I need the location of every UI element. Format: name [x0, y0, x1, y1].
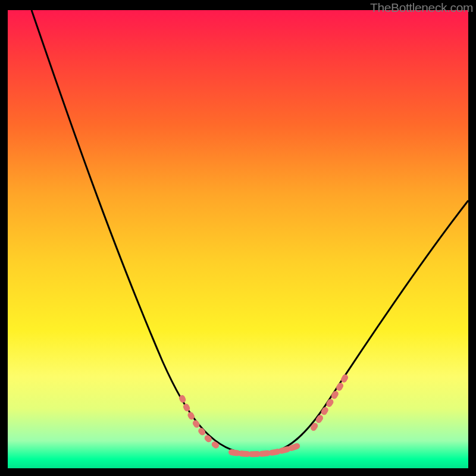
bottleneck-curve — [8, 10, 468, 468]
watermark-label: TheBottleneck.com — [370, 1, 473, 15]
curve-markers — [182, 374, 347, 454]
curve-path — [32, 10, 468, 455]
chart-frame: TheBottleneck.com — [8, 10, 468, 468]
